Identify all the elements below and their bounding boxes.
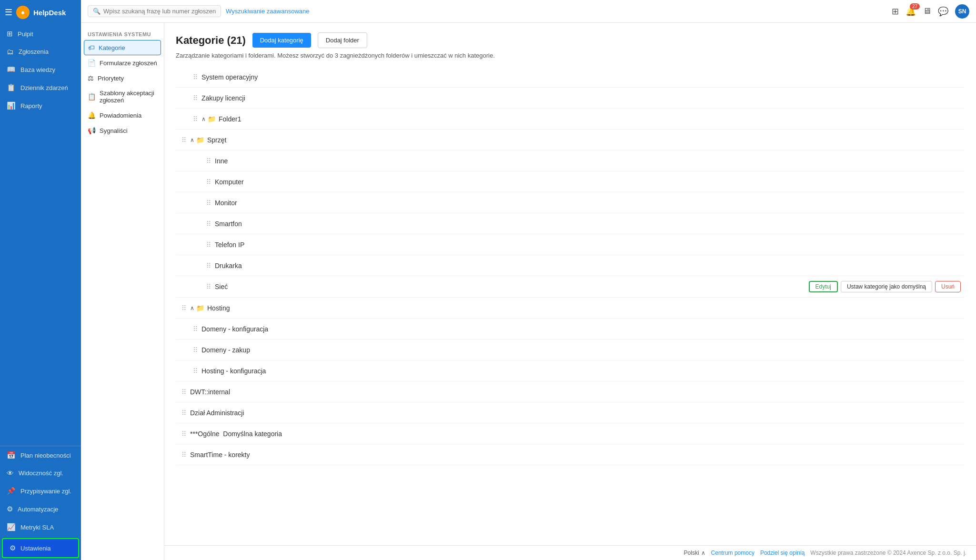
list-item: ⠿ System operacyjny [176,67,965,88]
list-item: ⠿ ∧ 📁 Folder1 [176,109,965,130]
monitor-icon[interactable]: 🖥 [923,6,931,16]
dziennik-icon: 📋 [7,83,16,92]
search-box[interactable]: 🔍 [88,5,221,17]
list-item: ⠿ Drukarka [176,255,965,276]
drag-handle-icon[interactable]: ⠿ [180,136,188,144]
add-folder-button[interactable]: Dodaj folder [318,32,367,48]
hamburger-icon[interactable]: ☰ [5,7,12,18]
settings-item-priorytety[interactable]: ⚖ Priorytety [81,70,164,86]
app-name: HelpDesk [33,9,66,17]
settings-item-szablony[interactable]: 📋 Szablony akceptacji zgłoszeń [81,86,164,108]
category-name: Inne [215,157,228,165]
sidebar-item-pulpit[interactable]: ⊞ Pulpit [0,25,81,43]
sidebar-item-baza[interactable]: 📖 Baza wiedzy [0,60,81,79]
sidebar-item-przypisywanie[interactable]: 📌 Przypisywanie zgl. [0,482,81,500]
help-center-link[interactable]: Centrum pomocy [711,550,755,556]
drag-handle-icon[interactable]: ⠿ [204,199,213,207]
lang-label: Polski [684,550,699,556]
category-name: DWT::internal [190,388,230,396]
drag-handle-icon[interactable]: ⠿ [191,325,200,333]
feedback-link[interactable]: Podziel się opinią [760,550,805,556]
settings-item-formularze[interactable]: 📄 Formularze zgłoszeń [81,55,164,70]
list-item: ⠿ Monitor [176,192,965,213]
topbar: 🔍 Wyszukiwanie zaawansowane ⊞ 🔔 27 🖥 💬 S… [81,0,976,23]
folder-icon: 📁 [196,136,204,144]
drag-handle-icon[interactable]: ⠿ [204,178,213,186]
automatyzacje-icon: ⚙ [7,505,13,513]
drag-handle-icon[interactable]: ⠿ [180,409,188,417]
chevron-up-icon: ∧ [701,550,705,556]
sidebar-item-zgloszen ia[interactable]: 🗂 Zgłoszenia [0,43,81,60]
drag-handle-icon[interactable]: ⠿ [191,367,200,375]
topbar-right: ⊞ 🔔 27 🖥 💬 SN [892,4,969,19]
sidebar-item-automatyzacje[interactable]: ⚙ Automatyzacje [0,500,81,518]
category-name: Sieć [215,283,228,290]
baza-icon: 📖 [7,65,16,74]
pulpit-icon: ⊞ [7,30,13,38]
list-item: ⠿ Domeny - zakup [176,340,965,360]
zgloszen ia-icon: 🗂 [7,48,14,56]
settings-item-sygnalisci[interactable]: 📢 Sygnaliści [81,123,164,138]
priorytety-icon: ⚖ [88,74,94,82]
drag-handle-icon[interactable]: ⠿ [204,157,213,165]
advanced-search-link[interactable]: Wyszukiwanie zaawansowane [226,8,309,15]
category-name: Telefon IP [215,241,244,249]
category-name: Drukarka [215,262,242,270]
category-name: System operacyjny [201,73,258,81]
sidebar-item-plan[interactable]: 📅 Plan nieobecności [0,446,81,464]
drag-handle-icon[interactable]: ⠿ [180,304,188,312]
sidebar-item-widocznosc[interactable]: 👁 Widoczność zgl. [0,464,81,482]
drag-handle-icon[interactable]: ⠿ [180,388,188,396]
drag-handle-icon[interactable]: ⠿ [180,451,188,459]
sidebar: ☰ ● HelpDesk ⊞ Pulpit 🗂 Zgłoszenia 📖 Baz… [0,0,81,560]
drag-handle-icon[interactable]: ⠿ [191,115,200,123]
sidebar-item-dziennik[interactable]: 📋 Dziennik zdarzeń [0,79,81,97]
category-name: Monitor [215,199,237,207]
settings-sidebar: USTAWIENIA SYSTEMU 🏷 Kategorie 📄 Formula… [81,23,164,560]
drag-handle-icon[interactable]: ⠿ [191,94,200,102]
settings-item-powiadomienia[interactable]: 🔔 Powiadomienia [81,108,164,123]
sidebar-item-metryki[interactable]: 📈 Metryki SLA [0,518,81,536]
metryki-icon: 📈 [7,523,16,531]
footer: Polski ∧ Centrum pomocy Podziel się opin… [164,545,976,560]
category-name: Hosting [207,304,230,312]
drag-handle-icon[interactable]: ⠿ [180,430,188,438]
category-name: SmartTime - korekty [190,451,250,459]
list-item: ⠿ Dział Administracji [176,402,965,423]
drag-handle-icon[interactable]: ⠿ [191,346,200,354]
drag-handle-icon[interactable]: ⠿ [204,241,213,249]
sidebar-item-ustawienia[interactable]: ⚙ Ustawienia [2,538,79,558]
expand-icon[interactable]: ∧ [201,116,206,122]
add-category-button[interactable]: Dodaj kategorię [252,33,311,48]
edit-button[interactable]: Edytuj [809,281,838,292]
sidebar-item-raporty[interactable]: 📊 Raporty [0,97,81,115]
row-actions: Edytuj Ustaw kategorię jako domyślną Usu… [809,281,965,292]
category-name: Domeny - konfiguracja [201,325,268,333]
expand-icon[interactable]: ∧ [190,137,194,143]
list-item: ⠿ SmartTime - korekty [176,444,965,465]
szablony-icon: 📋 [88,93,96,100]
expand-icon[interactable]: ∧ [190,305,194,311]
category-name: ***Ogólne Domyślna kategoria [190,430,282,438]
search-input[interactable] [103,8,216,15]
list-item: ⠿ Smartfon [176,213,965,234]
chat-icon[interactable]: 💬 [938,6,948,17]
ustawienia-icon: ⚙ [10,544,16,552]
category-name: Smartfon [215,220,242,228]
drag-handle-icon[interactable]: ⠿ [191,73,200,81]
notification-btn[interactable]: 🔔 27 [906,6,916,17]
list-item: ⠿ ∧ 📁 Hosting [176,298,965,319]
avatar[interactable]: SN [955,4,969,19]
page-subtitle: Zarządzanie kategoriami i folderami. Moż… [176,52,965,59]
grid-icon[interactable]: ⊞ [892,6,899,17]
drag-handle-icon[interactable]: ⠿ [204,262,213,270]
settings-item-kategorie[interactable]: 🏷 Kategorie [84,40,161,55]
drag-handle-icon[interactable]: ⠿ [204,283,213,290]
set-default-button[interactable]: Ustaw kategorię jako domyślną [841,281,932,292]
list-item: ⠿ Telefon IP [176,234,965,255]
category-name: Hosting - konfiguracja [201,367,266,375]
category-list: ⠿ System operacyjny ⠿ Zakupy licencji ⠿ … [176,67,965,465]
language-selector[interactable]: Polski ∧ [684,550,705,556]
delete-button[interactable]: Usuń [935,281,961,292]
drag-handle-icon[interactable]: ⠿ [204,220,213,228]
